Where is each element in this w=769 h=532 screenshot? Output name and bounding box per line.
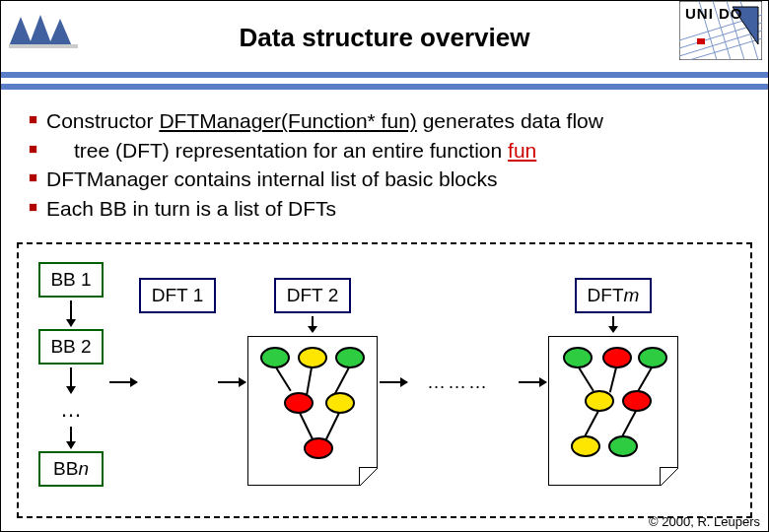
bb-n-suffix: n bbox=[78, 458, 89, 480]
tree-node-icon bbox=[638, 347, 667, 368]
tree-edge bbox=[621, 411, 637, 437]
arrow-right-icon bbox=[109, 381, 137, 383]
tree-node-icon bbox=[298, 347, 327, 368]
svg-marker-2 bbox=[48, 19, 72, 46]
tree-diagram-m bbox=[548, 336, 678, 486]
arrow-down-icon bbox=[612, 316, 614, 332]
dft-2-label: DFT 2 bbox=[287, 285, 338, 306]
arrow-right-icon bbox=[519, 381, 546, 383]
tree-node-icon bbox=[260, 347, 290, 368]
dft-m-group: DFT m bbox=[548, 278, 678, 486]
svg-rect-14 bbox=[697, 38, 705, 44]
tree-node-icon bbox=[325, 392, 355, 414]
bb-2-box: BB 2 bbox=[38, 329, 104, 365]
bullet-1-constructor: DFTManager(Function* fun) bbox=[159, 109, 416, 132]
svg-marker-0 bbox=[9, 17, 33, 46]
tree-node-icon bbox=[608, 435, 638, 457]
dft-m-prefix: DFT bbox=[588, 285, 624, 306]
bb-1-box: BB 1 bbox=[38, 262, 104, 298]
tree-node-icon bbox=[622, 390, 652, 412]
slide-title: Data structure overview bbox=[1, 1, 768, 53]
dft-row: DFT 1 DFT 2 ……… DFT m bbox=[107, 278, 678, 486]
tree-node-icon bbox=[563, 347, 593, 368]
dft-1-label: DFT 1 bbox=[152, 285, 203, 306]
dft-1-box: DFT 1 bbox=[139, 278, 216, 313]
logo-right: UNI DO bbox=[679, 1, 762, 60]
diagram-container: BB 1 BB 2 … BB n DFT 1 DFT 2 bbox=[17, 242, 752, 518]
dft-m-box: DFT m bbox=[575, 278, 652, 313]
arrow-down-icon bbox=[70, 367, 72, 393]
bb-n-box: BB n bbox=[38, 451, 104, 487]
slide-content: Constructor DFTManager(Function* fun) ge… bbox=[1, 90, 768, 223]
copyright-text: © 2000, R. Leupers bbox=[649, 514, 760, 529]
bb-ellipsis: … bbox=[60, 397, 104, 423]
arrow-right-icon bbox=[218, 381, 245, 383]
tree-edge bbox=[306, 367, 313, 395]
bb-1-label: BB 1 bbox=[50, 269, 91, 291]
tree-edge bbox=[334, 367, 350, 394]
bullet-3-text: Each BB in turn is a list of DFTs bbox=[46, 197, 336, 220]
arrow-down-icon bbox=[312, 316, 314, 332]
tree-diagram-2 bbox=[247, 336, 378, 486]
svg-rect-3 bbox=[9, 44, 78, 48]
logo-right-text: UNI DO bbox=[685, 5, 743, 22]
logo-left-icon bbox=[9, 9, 78, 52]
tree-node-icon bbox=[585, 390, 614, 412]
bullet-1-text-a: Constructor bbox=[46, 109, 159, 132]
bullet-1-text-c: generates data flow bbox=[417, 109, 603, 132]
bullet-1-text-d: tree (DFT) representation for an entire … bbox=[74, 139, 508, 162]
bullet-1-fun: fun bbox=[508, 139, 536, 162]
slide-header: Data structure overview UNI DO bbox=[1, 1, 768, 78]
tree-node-icon bbox=[335, 347, 365, 368]
tree-edge bbox=[275, 367, 292, 392]
svg-marker-1 bbox=[29, 15, 52, 46]
tree-node-icon bbox=[304, 437, 333, 459]
tree-edge bbox=[637, 367, 653, 392]
dft-1-group: DFT 1 bbox=[139, 278, 216, 313]
tree-edge bbox=[609, 367, 617, 393]
bullet-1: Constructor DFTManager(Function* fun) ge… bbox=[29, 107, 748, 135]
dft-2-group: DFT 2 bbox=[247, 278, 378, 486]
dft-m-suffix: m bbox=[624, 285, 640, 306]
tree-edge bbox=[325, 413, 340, 440]
tree-node-icon bbox=[571, 435, 600, 457]
dft-2-box: DFT 2 bbox=[274, 278, 351, 313]
bullet-3: Each BB in turn is a list of DFTs bbox=[29, 195, 748, 223]
bullet-1-line2: tree (DFT) representation for an entire … bbox=[29, 137, 748, 165]
arrow-right-icon bbox=[380, 381, 407, 383]
bb-column: BB 1 BB 2 … BB n bbox=[38, 262, 104, 487]
tree-node-icon bbox=[284, 392, 314, 414]
tree-node-icon bbox=[602, 347, 632, 368]
arrow-down-icon bbox=[70, 300, 72, 326]
arrow-down-icon bbox=[70, 427, 72, 448]
bullet-2: DFTManager contains internal list of bas… bbox=[29, 166, 748, 193]
dft-dots: ……… bbox=[427, 371, 489, 393]
bullet-2-text: DFTManager contains internal list of bas… bbox=[46, 167, 498, 190]
tree-edge bbox=[584, 411, 599, 437]
tree-edge bbox=[578, 367, 594, 392]
bb-n-prefix: BB bbox=[53, 458, 78, 480]
tree-edge bbox=[299, 413, 314, 440]
bb-2-label: BB 2 bbox=[50, 336, 91, 358]
